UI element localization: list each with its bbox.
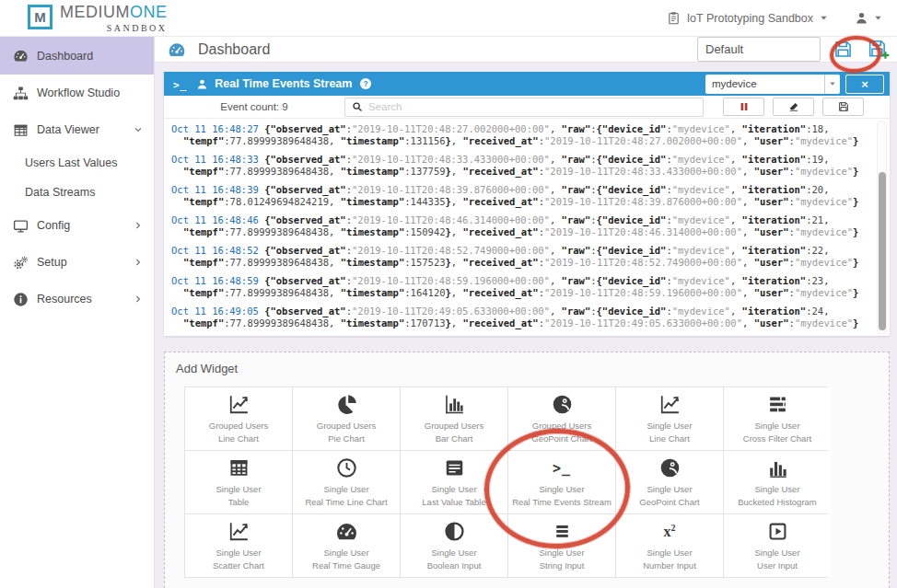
user-menu[interactable]: [855, 11, 882, 25]
widget-option-line1: Grouped Users: [317, 420, 376, 432]
save-as-new-dashboard-icon[interactable]: [868, 39, 890, 61]
bar-chart-icon: [443, 392, 466, 417]
widget-option-single-user-boolean-input[interactable]: Single UserBoolean Input: [401, 514, 507, 577]
monitor-icon: [13, 218, 29, 234]
search-input[interactable]: [368, 101, 696, 112]
widget-option-single-user-user-input[interactable]: Single UserUser Input: [724, 514, 831, 577]
widget-option-line2: String Input: [540, 559, 585, 572]
device-select[interactable]: mydevice: [705, 75, 840, 94]
widget-option-single-user-cross-filter-chart[interactable]: Single UserCross Filter Chart: [724, 387, 831, 450]
widget-option-grouped-users-pie-chart[interactable]: Grouped UsersPie Chart: [293, 387, 400, 450]
search-icon: [352, 101, 363, 112]
main-panel: Dashboard >_ Real Time Events Stream ? m…: [155, 37, 897, 588]
widget-option-single-user-string-input[interactable]: Single UserString Input: [508, 514, 615, 577]
sidebar-item-users-last-values[interactable]: Users Last Values: [0, 148, 154, 178]
caret-down-icon: [829, 80, 836, 87]
widget-option-single-user-geopoint-chart[interactable]: Single UserGeoPoint Chart: [616, 451, 723, 513]
close-widget-button[interactable]: ×: [845, 75, 884, 94]
search-box: [344, 98, 704, 117]
widget-option-grouped-users-line-chart[interactable]: Grouped UsersLine Chart: [185, 387, 292, 450]
dashboard-name-input[interactable]: [697, 37, 821, 62]
widget-option-line1: Single User: [647, 420, 692, 432]
widget-option-single-user-last-value-table[interactable]: Single UserLast Value Table: [401, 451, 507, 513]
widget-option-single-user-real-time-events-stream[interactable]: >_Single UserReal Time Events Stream: [508, 451, 615, 513]
save-stream-button[interactable]: [822, 98, 864, 116]
top-right-menu: IoT Prototyping Sandbox: [667, 11, 882, 25]
sidebar-item-config[interactable]: Config: [0, 207, 154, 244]
medium-one-logo-mark: M: [28, 5, 52, 29]
pause-icon: [739, 101, 750, 112]
sandbox-selector-label[interactable]: IoT Prototyping Sandbox: [687, 12, 813, 25]
clear-stream-button[interactable]: [773, 98, 814, 116]
widget-option-grouped-users-geopoint-chart[interactable]: Grouped UsersGeoPoint Chart: [508, 387, 615, 450]
sidebar-item-label: Setup: [37, 256, 134, 269]
sidebar-item-data-streams[interactable]: Data Streams: [0, 178, 154, 207]
sidebar-item-data-viewer[interactable]: Data Viewer: [0, 111, 154, 148]
brand-name-secondary: ONE: [130, 3, 168, 21]
sitemap-icon: [13, 86, 29, 101]
boolean-icon: [443, 519, 466, 544]
widget-option-line1: Grouped Users: [425, 420, 483, 432]
sidebar-item-resources[interactable]: Resources: [0, 281, 154, 317]
widget-option-line1: Single User: [647, 483, 692, 496]
widget-option-line2: User Input: [757, 559, 798, 572]
widget-option-line2: Boolean Input: [427, 559, 482, 572]
log-entry: Oct 11 16:48:46 {"observed_at":"2019-10-…: [171, 214, 866, 238]
line-chart-icon: [658, 392, 681, 417]
widget-option-grouped-users-bar-chart[interactable]: Grouped UsersBar Chart: [401, 387, 507, 450]
log-scrollbar-thumb[interactable]: [879, 172, 886, 330]
widget-option-line2: Real Time Gauge: [312, 559, 380, 572]
widget-option-line1: Grouped Users: [209, 420, 268, 432]
widget-option-single-user-table[interactable]: Single UserTable: [185, 451, 292, 513]
sidebar-item-dashboard[interactable]: Dashboard: [0, 37, 154, 75]
widget-title-bar: >_ Real Time Events Stream ? mydevice ×: [164, 72, 890, 96]
widget-option-single-user-real-time-line-chart[interactable]: Single UserReal Time Line Chart: [293, 451, 400, 513]
sidebar-item-label: Config: [37, 219, 134, 232]
table-icon: [13, 122, 29, 138]
sidebar-item-workflow-studio[interactable]: Workflow Studio: [0, 75, 154, 111]
widget-option-line2: Cross Filter Chart: [743, 432, 811, 445]
widget-option-single-user-real-time-gauge[interactable]: Single UserReal Time Gauge: [293, 514, 400, 577]
save-dashboard-icon[interactable]: [833, 40, 853, 59]
widget-option-single-user-bucketed-histogram[interactable]: Single UserBucketed Histogram: [724, 451, 831, 513]
dashboard-icon: [168, 40, 186, 59]
caret-down-icon[interactable]: [820, 14, 828, 22]
log-entry: Oct 11 16:48:59 {"observed_at":"2019-10-…: [171, 275, 866, 299]
widget-option-single-user-scatter-chart[interactable]: Single UserScatter Chart: [185, 514, 292, 577]
combo-caret[interactable]: [824, 75, 840, 94]
widget-option-single-user-line-chart[interactable]: Single UserLine Chart: [616, 387, 723, 450]
eraser-icon: [788, 101, 799, 112]
add-widget-title: Add Widget: [176, 362, 878, 375]
brand-logo[interactable]: M MEDIUMONE SANDBOX: [28, 3, 168, 33]
single-user-icon: [196, 78, 208, 90]
log-entry: Oct 11 16:48:27 {"observed_at":"2019-10-…: [171, 123, 866, 147]
sidebar-item-label: Resources: [37, 293, 134, 306]
widget-option-line2: Scatter Chart: [213, 559, 264, 572]
widget-option-line1: Single User: [754, 483, 799, 496]
top-bar: M MEDIUMONE SANDBOX IoT Prototyping Sand…: [0, 0, 897, 37]
widget-option-single-user-number-input[interactable]: x2Single UserNumber Input: [616, 514, 723, 577]
sidebar-item-setup[interactable]: Setup: [0, 244, 154, 281]
widget-option-line2: Bucketed Histogram: [738, 496, 817, 509]
pause-stream-button[interactable]: [723, 98, 764, 116]
help-icon[interactable]: ?: [359, 77, 372, 90]
chevron-right-icon: [134, 294, 143, 304]
events-stream-widget: >_ Real Time Events Stream ? mydevice × …: [164, 72, 890, 336]
pie-chart-icon: [335, 392, 358, 417]
sidebar-item-label: Workflow Studio: [37, 86, 143, 99]
chevron-down-icon: [134, 125, 143, 134]
brand-text: MEDIUMONE SANDBOX: [60, 3, 168, 33]
widget-option-line2: Bar Chart: [436, 432, 473, 445]
log-entry: Oct 11 16:48:39 {"observed_at":"2019-10-…: [171, 184, 866, 208]
widget-option-line1: Single User: [323, 547, 368, 559]
widget-option-line2: GeoPoint Chart: [639, 496, 699, 509]
widget-option-line2: Pie Chart: [328, 432, 365, 445]
number-icon: x2: [664, 519, 676, 544]
widget-option-line1: Single User: [647, 547, 692, 559]
widget-option-line1: Single User: [323, 483, 368, 496]
widget-option-line1: Single User: [431, 547, 476, 559]
widget-option-line2: Line Chart: [218, 432, 259, 445]
gauge-icon: [13, 48, 29, 63]
histogram-icon: [766, 455, 789, 480]
caret-down-icon: [874, 14, 882, 22]
